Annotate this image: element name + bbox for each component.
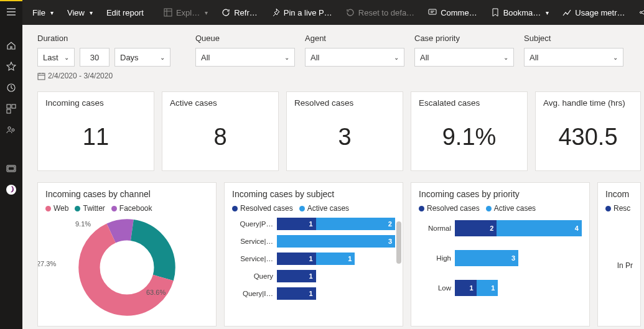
svg-point-11 — [640, 12, 642, 14]
svg-rect-1 — [7, 104, 11, 108]
kpi-card-escalated[interactable]: Escalated cases 9.1% — [411, 91, 528, 171]
legend-dot-active — [299, 206, 305, 211]
kpi-card-incoming[interactable]: Incoming cases 11 — [37, 91, 154, 171]
kpi-card-resolved[interactable]: Resolved cases 3 — [286, 91, 403, 171]
nav-menu-icon[interactable] — [0, 1, 22, 22]
duration-unit-dropdown[interactable]: Days⌄ — [114, 48, 170, 67]
comment-icon — [428, 8, 437, 17]
chart-incoming-by-subject[interactable]: Incoming cases by subject Resolved cases… — [224, 182, 403, 327]
explore-icon — [164, 8, 172, 17]
nav-home-icon[interactable] — [0, 35, 22, 56]
edit-report-button[interactable]: Edit report — [100, 0, 150, 25]
usage-metrics-button[interactable]: Usage metr… — [556, 0, 631, 25]
left-nav-rail — [0, 0, 22, 329]
view-menu[interactable]: View▾ — [61, 0, 99, 25]
svg-rect-9 — [164, 9, 172, 16]
legend-label: Resc — [614, 204, 630, 213]
bookmark-icon — [491, 8, 500, 17]
legend-dot-facebook — [111, 206, 117, 211]
duration-value-input[interactable]: 30 — [80, 48, 110, 67]
queue-dropdown[interactable]: All⌄ — [195, 48, 295, 67]
chevron-down-icon: ⌄ — [284, 54, 289, 61]
bar-row: Normal 24 — [419, 220, 582, 236]
file-menu[interactable]: File▾ — [26, 0, 60, 25]
chart-incoming-by-channel[interactable]: Incoming cases by channel Web Twitter Fa… — [37, 182, 217, 327]
kpi-value: 9.1% — [419, 124, 520, 151]
pin-live-button[interactable]: Pin a live P… — [265, 0, 338, 25]
filter-agent: Agent All⌄ — [305, 34, 404, 80]
legend-label: Web — [54, 204, 68, 213]
bar-row: Query|P… 12 — [232, 218, 395, 230]
bar-row: Service|… 3 — [232, 235, 395, 248]
filter-label: Duration — [37, 34, 174, 43]
nav-shared-icon[interactable] — [0, 119, 22, 141]
chart-title: Incom — [605, 189, 633, 199]
bar-row: High 3 — [419, 250, 582, 266]
duration-type-dropdown[interactable]: Last⌄ — [37, 48, 75, 67]
svg-point-8 — [6, 185, 16, 195]
filter-duration: Duration Last⌄ 30 Days⌄ 2/4/2020 - 3/4/2… — [37, 34, 174, 80]
chevron-down-icon: ⌄ — [613, 54, 618, 61]
kpi-title: Incoming cases — [45, 98, 146, 108]
bar-group: Query|P… 12 Service|… 3 Service|… 11 Que… — [232, 218, 395, 300]
chevron-down-icon: ▾ — [90, 9, 93, 16]
bar-label: Query|P… — [232, 220, 273, 228]
comments-button[interactable]: Comme… — [422, 0, 483, 25]
chart-legend: Resolved cases Active cases — [232, 204, 395, 213]
refresh-icon — [222, 8, 230, 17]
nav-powerapps-icon[interactable] — [0, 179, 22, 200]
slice-label-web: 63.6% — [146, 289, 166, 296]
chart-incoming-by-status[interactable]: Incom Resc In Pr — [597, 182, 641, 327]
bookmarks-button[interactable]: Bookma…▾ — [485, 0, 556, 25]
legend-label: Resolved cases — [240, 204, 293, 213]
nav-apps-icon[interactable] — [0, 98, 22, 119]
filter-subject: Subject All⌄ — [524, 34, 623, 80]
chart-title: Incoming cases by priority — [419, 189, 582, 199]
filter-label: Agent — [305, 34, 404, 43]
filter-label: Case priority — [414, 34, 514, 43]
chart-title: Incoming cases by channel — [45, 189, 208, 199]
kpi-row: Incoming cases 11 Active cases 8 Resolve… — [37, 91, 644, 171]
kpi-card-active[interactable]: Active cases 8 — [162, 91, 279, 171]
bar-group: Normal 24 High 3 Low 11 — [419, 220, 582, 296]
legend-dot-resolved — [232, 206, 238, 211]
nav-recent-icon[interactable] — [0, 77, 22, 98]
kpi-card-handle-time[interactable]: Avg. handle time (hrs) 430.5 — [535, 91, 641, 171]
bar-row: Query|I… 1 — [232, 287, 395, 300]
view-related-button[interactable]: View re — [633, 0, 644, 25]
filter-label: Queue — [195, 34, 295, 43]
chart-incoming-by-priority[interactable]: Incoming cases by priority Resolved case… — [411, 182, 590, 327]
nav-workspaces-icon[interactable] — [0, 158, 22, 179]
refresh-button[interactable]: Refr… — [215, 0, 264, 25]
legend-label: Active cases — [494, 204, 536, 213]
bar-label: Service|… — [232, 238, 273, 245]
main-region: File▾ View▾ Edit report Expl…▾ Refr… Pin… — [22, 0, 644, 329]
metrics-icon — [562, 8, 571, 17]
svg-point-4 — [8, 127, 11, 129]
bar-row: Query 1 — [232, 270, 395, 282]
slice-label-twitter: 27.3% — [37, 260, 56, 267]
report-canvas: Duration Last⌄ 30 Days⌄ 2/4/2020 - 3/4/2… — [22, 25, 644, 329]
explore-button: Expl…▾ — [157, 0, 214, 25]
svg-rect-10 — [429, 9, 436, 14]
chart-legend: Web Twitter Facebook — [45, 204, 208, 213]
svg-rect-2 — [12, 104, 16, 108]
svg-rect-3 — [7, 109, 11, 113]
filter-label: Subject — [524, 34, 623, 43]
kpi-value: 3 — [294, 124, 395, 151]
priority-dropdown[interactable]: All⌄ — [414, 48, 514, 67]
kpi-title: Escalated cases — [419, 98, 520, 108]
charts-row: Incoming cases by channel Web Twitter Fa… — [37, 182, 644, 327]
agent-dropdown[interactable]: All⌄ — [305, 48, 404, 67]
slice-label-facebook: 9.1% — [75, 220, 91, 228]
scrollbar[interactable] — [396, 221, 401, 264]
legend-label: Resolved cases — [427, 204, 480, 213]
subject-dropdown[interactable]: All⌄ — [524, 48, 623, 67]
kpi-title: Avg. handle time (hrs) — [543, 98, 633, 108]
bar-label: High — [419, 254, 451, 262]
nav-favorites-icon[interactable] — [0, 56, 22, 77]
legend-dot-twitter — [75, 206, 80, 211]
legend-label: Twitter — [83, 204, 105, 213]
chart-legend: Resc — [605, 204, 633, 213]
bar-label: Query|I… — [232, 290, 273, 297]
